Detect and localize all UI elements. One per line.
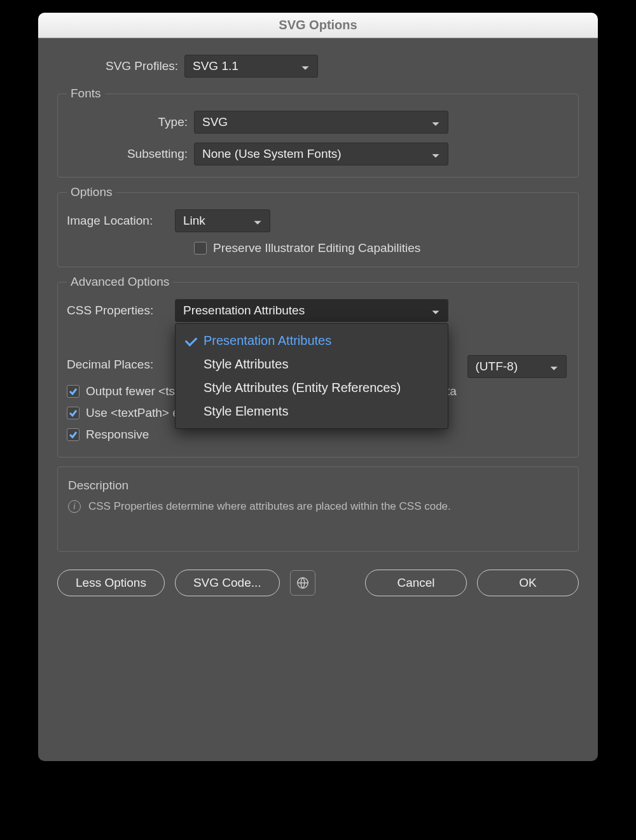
image-location-label: Image Location: bbox=[67, 214, 175, 228]
preview-globe-button[interactable] bbox=[290, 570, 315, 596]
description-text: CSS Properties determine where attribute… bbox=[88, 500, 451, 513]
dialog-title: SVG Options bbox=[38, 13, 598, 38]
css-option-style-elements[interactable]: Style Elements bbox=[176, 400, 448, 423]
svg-profiles-dropdown[interactable]: SVG 1.1 bbox=[184, 55, 318, 78]
css-properties-label: CSS Properties: bbox=[67, 304, 175, 318]
description-box: Description i CSS Properties determine w… bbox=[57, 466, 579, 552]
advanced-legend: Advanced Options bbox=[67, 275, 173, 289]
font-subsetting-label: Subsetting: bbox=[67, 147, 194, 161]
advanced-options-group: Advanced Options CSS Properties: Present… bbox=[57, 275, 579, 458]
css-option-style-attributes[interactable]: Style Attributes bbox=[176, 353, 448, 376]
responsive-checkbox[interactable] bbox=[67, 428, 80, 441]
options-group: Options Image Location: Link Preserve Il… bbox=[57, 185, 579, 267]
font-type-value: SVG bbox=[202, 115, 228, 129]
preserve-editing-checkbox[interactable] bbox=[194, 242, 207, 255]
cancel-button[interactable]: Cancel bbox=[365, 570, 467, 596]
css-properties-popup: Presentation Attributes Style Attributes… bbox=[175, 323, 448, 429]
font-subsetting-value: None (Use System Fonts) bbox=[202, 147, 342, 161]
css-option-presentation-attributes[interactable]: Presentation Attributes bbox=[176, 329, 448, 353]
preserve-editing-label: Preserve Illustrator Editing Capabilitie… bbox=[213, 241, 420, 255]
font-subsetting-dropdown[interactable]: None (Use System Fonts) bbox=[194, 143, 448, 165]
image-location-dropdown[interactable]: Link bbox=[175, 209, 270, 232]
svg-profiles-value: SVG 1.1 bbox=[193, 59, 238, 73]
fonts-group: Fonts Type: SVG Subsetting: None (Use Sy… bbox=[57, 87, 579, 178]
chevron-down-icon bbox=[301, 62, 310, 71]
svg-code-button[interactable]: SVG Code... bbox=[175, 570, 280, 596]
font-type-label: Type: bbox=[67, 115, 194, 129]
image-location-value: Link bbox=[183, 214, 205, 228]
chevron-down-icon bbox=[431, 306, 440, 315]
chevron-down-icon bbox=[431, 118, 440, 127]
description-title: Description bbox=[68, 479, 568, 493]
responsive-label: Responsive bbox=[86, 428, 149, 442]
chevron-down-icon bbox=[550, 362, 558, 371]
svg-profiles-label: SVG Profiles: bbox=[57, 59, 184, 73]
encoding-value: (UTF-8) bbox=[476, 360, 518, 374]
chevron-down-icon bbox=[431, 150, 440, 158]
chevron-down-icon bbox=[253, 216, 262, 225]
globe-icon bbox=[296, 576, 310, 590]
css-properties-dropdown[interactable]: Presentation Attributes bbox=[175, 299, 448, 322]
encoding-dropdown[interactable]: (UTF-8) bbox=[467, 355, 567, 378]
less-options-button[interactable]: Less Options bbox=[57, 570, 165, 596]
ok-button[interactable]: OK bbox=[477, 570, 579, 596]
svg-options-dialog: SVG Options SVG Profiles: SVG 1.1 Fonts … bbox=[38, 13, 598, 761]
info-icon: i bbox=[68, 500, 81, 513]
font-type-dropdown[interactable]: SVG bbox=[194, 111, 448, 134]
options-legend: Options bbox=[67, 185, 116, 199]
decimal-places-label: Decimal Places: bbox=[67, 358, 175, 372]
use-textpath-checkbox[interactable] bbox=[67, 407, 80, 419]
fonts-legend: Fonts bbox=[67, 87, 105, 101]
css-properties-value: Presentation Attributes bbox=[183, 304, 305, 318]
css-option-style-attributes-entity[interactable]: Style Attributes (Entity References) bbox=[176, 376, 448, 400]
output-fewer-tspan-checkbox[interactable] bbox=[67, 385, 80, 398]
